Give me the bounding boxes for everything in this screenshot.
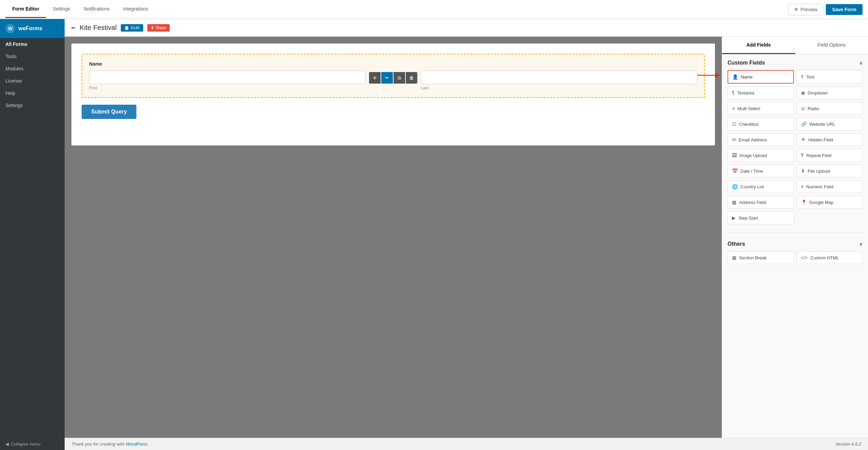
sidebar-brand: weForms <box>18 25 42 32</box>
share-icon: ⬆ <box>151 25 154 30</box>
last-name-input[interactable] <box>421 71 697 84</box>
sidebar-nav: All Forms Tools Modules License Help Set… <box>0 38 65 438</box>
radio-icon: ◎ <box>801 106 805 111</box>
field-btn-date-time[interactable]: 📅 Date / Time <box>728 165 794 177</box>
form-title: Kite Festival <box>80 24 117 32</box>
form-id-badge: 📋 #146 <box>121 24 143 32</box>
sidebar-item-tools[interactable]: Tools <box>0 50 65 63</box>
sidebar-item-modules[interactable]: Modules <box>0 63 65 75</box>
top-nav-actions: 👁 Preview Save Form <box>788 4 863 15</box>
tab-settings[interactable]: Settings <box>46 1 77 18</box>
chevron-up-icon: ∧ <box>859 60 863 66</box>
tab-notifications[interactable]: Notifications <box>77 1 116 18</box>
sidebar-item-license[interactable]: License <box>0 75 65 87</box>
copy-icon: 📋 <box>124 25 129 30</box>
checkbox-icon: ☑ <box>732 121 736 127</box>
dropdown-icon: ◉ <box>801 90 805 96</box>
field-btn-text[interactable]: T Text <box>797 70 863 84</box>
field-btn-hidden-field[interactable]: 👁 Hidden Field <box>797 133 863 146</box>
content-area: ✏ Kite Festival 📋 #146 ⬆ Share Name <box>65 19 868 450</box>
custom-fields-grid: 👤 Name T Text ¶ Textarea ◉ <box>728 70 863 224</box>
globe-icon: 🌐 <box>732 184 738 189</box>
delete-button[interactable]: 🗑 <box>406 72 417 84</box>
first-name-input[interactable] <box>89 71 366 84</box>
step-icon: ▶ <box>732 215 736 221</box>
field-btn-textarea[interactable]: ¶ Textarea <box>728 86 794 99</box>
field-btn-checkbox[interactable]: ☑ Checkbox <box>728 118 794 131</box>
others-section: Others ∨ ▦ Section Break </> Custom HTML <box>722 236 868 270</box>
textarea-icon: ¶ <box>732 90 735 96</box>
map-icon: 📍 <box>801 200 807 205</box>
html-icon: </> <box>801 255 808 260</box>
submit-btn-wrap: Submit Query <box>82 105 705 119</box>
sidebar-item-all-forms[interactable]: All Forms <box>0 38 65 50</box>
repeat-icon: T <box>801 153 804 158</box>
others-fields-grid: ▦ Section Break </> Custom HTML <box>728 251 863 264</box>
top-nav: Form Editor Settings Notifications Integ… <box>0 0 868 19</box>
user-icon: 👤 <box>732 74 738 80</box>
panel-tabs: Add Fields Field Options <box>722 37 868 54</box>
others-title: Others ∨ <box>728 241 863 247</box>
field-btn-numeric-field[interactable]: # Numeric Field <box>797 180 863 193</box>
form-canvas: Name First ✛ ✏ ⧉ 🗑 <box>71 44 715 145</box>
submit-button[interactable]: Submit Query <box>82 105 136 119</box>
field-btn-image-upload[interactable]: 🖼 Image Upload <box>728 149 794 162</box>
custom-fields-section: Custom Fields ∧ 👤 Name T Text <box>722 54 868 230</box>
copy-button[interactable]: ⧉ <box>394 72 405 84</box>
section-divider <box>728 232 863 233</box>
file-upload-icon: ⬆ <box>801 168 805 174</box>
text-icon: T <box>801 74 804 80</box>
field-btn-multi-select[interactable]: ≡ Multi Select <box>728 102 794 115</box>
custom-fields-title: Custom Fields ∧ <box>728 60 863 66</box>
field-btn-country-list[interactable]: 🌐 Country List <box>728 180 794 193</box>
sidebar: W weForms All Forms Tools Modules Licens… <box>0 19 65 450</box>
field-btn-file-upload[interactable]: ⬆ File Upload <box>797 165 863 177</box>
form-editor: Name First ✛ ✏ ⧉ 🗑 <box>65 37 722 438</box>
field-btn-name[interactable]: 👤 Name <box>728 70 794 84</box>
field-btn-google-map[interactable]: 📍 Google Map <box>797 196 863 209</box>
editor-panel: Name First ✛ ✏ ⧉ 🗑 <box>65 37 868 438</box>
tab-add-fields[interactable]: Add Fields <box>722 37 795 54</box>
drag-arrow <box>697 69 722 82</box>
url-icon: 🔗 <box>801 121 807 127</box>
name-field-group: Name First ✛ ✏ ⧉ 🗑 <box>82 54 705 98</box>
wordpress-link[interactable]: WordPress <box>126 442 148 447</box>
sidebar-item-help[interactable]: Help <box>0 87 65 99</box>
chevron-down-icon: ∨ <box>859 241 863 247</box>
field-btn-step-start[interactable]: ▶ Step Start <box>728 211 794 224</box>
date-icon: 📅 <box>732 168 738 174</box>
tab-integrations[interactable]: Integrations <box>116 1 155 18</box>
sidebar-item-settings[interactable]: Settings <box>0 99 65 111</box>
preview-button[interactable]: 👁 Preview <box>788 4 823 15</box>
right-panel: Add Fields Field Options Custom Fields ∧… <box>722 37 868 438</box>
form-footer: Thank you for creating with WordPress. V… <box>65 438 868 450</box>
move-button[interactable]: ✛ <box>369 72 381 84</box>
field-btn-repeat-field[interactable]: T Repeat Field <box>797 149 863 162</box>
hidden-icon: 👁 <box>801 137 806 142</box>
email-icon: ✉ <box>732 137 736 142</box>
field-btn-custom-html[interactable]: </> Custom HTML <box>797 251 863 264</box>
multi-select-icon: ≡ <box>732 106 735 111</box>
field-btn-email-address[interactable]: ✉ Email Address <box>728 133 794 146</box>
hash-icon: # <box>801 184 804 189</box>
first-sub-label: First <box>89 86 366 90</box>
field-btn-address-field[interactable]: ▦ Address Field <box>728 196 794 209</box>
collapse-menu[interactable]: ◀ Collapse menu <box>0 438 65 450</box>
share-button[interactable]: ⬆ Share <box>147 24 170 32</box>
image-icon: 🖼 <box>732 153 737 158</box>
section-icon: ▦ <box>732 255 736 260</box>
pencil-icon: ✏ <box>71 25 76 31</box>
field-btn-dropdown[interactable]: ◉ Dropdown <box>797 86 863 99</box>
tab-field-options[interactable]: Field Options <box>795 37 868 54</box>
version-text: Version 4.8.2 <box>835 442 861 447</box>
field-btn-radio[interactable]: ◎ Radio <box>797 102 863 115</box>
save-form-button[interactable]: Save Form <box>826 4 863 15</box>
field-label-name: Name <box>89 61 697 67</box>
tab-form-editor[interactable]: Form Editor <box>5 1 46 18</box>
field-btn-website-url[interactable]: 🔗 Website URL <box>797 118 863 131</box>
edit-button[interactable]: ✏ <box>381 72 393 84</box>
collapse-icon: ◀ <box>5 442 9 447</box>
last-sub-label: Last <box>421 86 697 90</box>
field-btn-section-break[interactable]: ▦ Section Break <box>728 251 794 264</box>
wp-icon: W <box>5 24 15 33</box>
